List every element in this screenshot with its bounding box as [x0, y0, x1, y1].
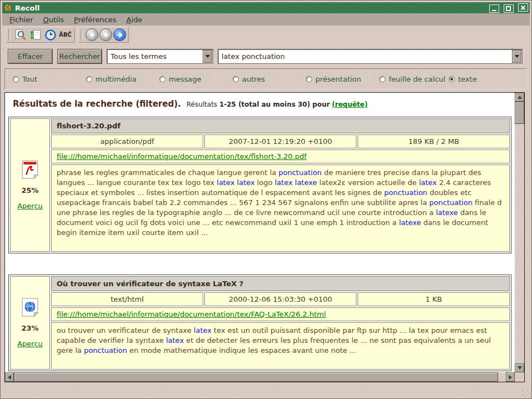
radio-icon [379, 76, 385, 82]
filter-label: autres [242, 75, 265, 83]
scroll-right-button[interactable] [506, 372, 515, 382]
filter-label: feuille de calcul [389, 75, 445, 83]
result-main: Où trouver un vérificateur de syntaxe La… [51, 276, 510, 370]
filter-label: multimédia [96, 75, 137, 83]
recoll-app-icon [4, 4, 12, 12]
menu-item[interactable]: Outils [38, 14, 69, 25]
scroll-down-button[interactable] [515, 363, 524, 372]
scroll-up-button[interactable] [515, 93, 524, 102]
filter-radio[interactable]: texte [449, 75, 477, 83]
vertical-scroll-track[interactable] [515, 124, 524, 363]
filetype-icon [22, 160, 38, 179]
html-file-icon [22, 298, 38, 317]
resize-grip[interactable] [523, 390, 531, 398]
mode-dropdown-button[interactable] [203, 50, 212, 63]
result-size: 189 KB / 2 MB [358, 134, 510, 148]
result-url-row: file:///home/michael/informatique/docume… [51, 149, 510, 163]
search-input[interactable] [218, 52, 511, 61]
horizontal-scroll-thumb[interactable] [14, 372, 498, 382]
result-snippet: phrase les regles grammaticales de chaqu… [51, 164, 510, 252]
toolbar-handle[interactable] [80, 29, 83, 41]
scroll-left-button[interactable] [5, 372, 14, 382]
filter-radio[interactable]: présentation [306, 75, 379, 83]
menu-label: utils [49, 16, 64, 24]
result-title: Où trouver un vérificateur de syntaxe La… [51, 276, 510, 291]
radio-icon [449, 76, 455, 82]
maximize-icon [506, 6, 511, 11]
next-page-button[interactable] [113, 28, 126, 41]
result-mime-type: application/pdf [51, 134, 203, 148]
results-area: Résultats de la recherche (filtered).Rés… [5, 93, 515, 372]
result-mime-type: text/html [51, 292, 203, 306]
recoll-window: Recoll Fichier Outils Préférences Aide [0, 0, 532, 399]
radio-icon [306, 76, 312, 82]
arrow-left-icon [8, 375, 11, 380]
arrow-left-icon [101, 30, 111, 40]
result-meta-row: application/pdf 2007-12-01 12:19:20 +010… [51, 134, 510, 148]
menu-accel: O [43, 16, 49, 24]
query-combo [218, 49, 523, 64]
arrow-left-icon [87, 30, 97, 40]
preview-link[interactable]: Aperçu [17, 340, 43, 348]
scrollbar-corner [515, 372, 524, 382]
filter-radio[interactable]: Tout [13, 75, 86, 83]
horizontal-scroll-track[interactable] [498, 372, 506, 382]
first-page-button[interactable] [86, 28, 98, 41]
filter-radio[interactable]: feuille de calcul [379, 75, 449, 83]
relevance-percent: 25% [21, 186, 38, 194]
previous-page-button[interactable] [99, 28, 112, 41]
document-sort-icon [29, 29, 42, 41]
toolbar-group-navigation [78, 27, 129, 43]
filter-radio[interactable]: message [159, 75, 233, 83]
filter-label: Tout [22, 75, 37, 83]
title-bar: Recoll [2, 2, 530, 13]
chevron-down-icon [515, 55, 519, 58]
result-snippet: ou trouver un verificateur de syntaxe la… [51, 322, 510, 370]
toolbar-handle[interactable] [8, 29, 11, 41]
result-sidebar: 25% Aperçu [10, 118, 50, 252]
minimize-button[interactable] [489, 4, 499, 13]
result-main: flshort-3.20.pdf application/pdf 2007-12… [51, 118, 510, 252]
filter-radio[interactable]: multimédia [86, 75, 159, 83]
menu-item[interactable]: Fichier [4, 14, 38, 25]
toolbar: ÂBĈ [2, 26, 530, 44]
vertical-scrollbar [515, 93, 524, 372]
result-item: 23% Aperçu Où trouver un vérificateur de… [8, 275, 511, 371]
filter-label: message [169, 75, 201, 83]
clear-button[interactable]: Effacer [8, 49, 53, 64]
query-dropdown-button[interactable] [512, 50, 521, 63]
search-mode-select[interactable]: Tous les termes [107, 49, 213, 64]
maximize-button[interactable] [504, 4, 514, 13]
menu-label: ichier [13, 16, 33, 24]
radio-icon [159, 76, 165, 82]
results-list: 25% Aperçu flshort-3.20.pdf application/… [5, 117, 515, 371]
results-summary-prefix: Résultats [187, 101, 217, 108]
results-title: Résultats de la recherche (filtered). [13, 99, 181, 109]
arrow-up-icon [518, 96, 522, 99]
close-icon [520, 4, 526, 11]
sort-parameters-button[interactable] [28, 28, 43, 42]
filter-label: présentation [315, 75, 361, 83]
search-button[interactable]: Rechercher [57, 49, 102, 64]
menu-item[interactable]: Aide [122, 14, 148, 25]
term-explorer-button[interactable]: ÂBĈ [58, 28, 73, 42]
result-url-link[interactable]: file:///home/michael/informatique/docume… [57, 310, 326, 318]
preview-link[interactable]: Aperçu [17, 202, 43, 210]
document-history-button[interactable] [43, 28, 58, 42]
result-url-link[interactable]: file:///home/michael/informatique/docume… [57, 152, 307, 161]
query-link[interactable]: (requête) [332, 101, 368, 108]
horizontal-scrollbar [5, 372, 515, 382]
clock-icon [44, 29, 57, 41]
vertical-scroll-thumb[interactable] [515, 102, 524, 124]
menu-accel: P [74, 16, 78, 24]
close-button[interactable] [518, 3, 528, 12]
result-title: flshort-3.20.pdf [51, 118, 510, 133]
relevance-percent: 23% [21, 324, 38, 332]
arrow-down-icon [518, 366, 522, 370]
radio-icon [233, 76, 239, 82]
filter-radio[interactable]: autres [233, 75, 306, 83]
menu-item[interactable]: Préférences [69, 14, 121, 25]
menu-label: références [78, 16, 117, 24]
menu-bar: Fichier Outils Préférences Aide [2, 13, 530, 26]
advanced-search-button[interactable] [13, 28, 28, 42]
